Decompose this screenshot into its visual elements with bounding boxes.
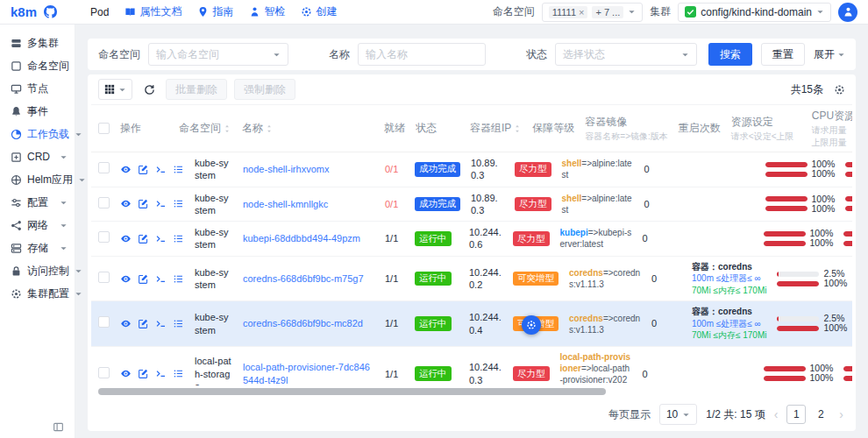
refresh-button[interactable] (139, 79, 159, 100)
filter-status-select[interactable]: 选择状态 (555, 43, 697, 66)
usage-bar (764, 231, 806, 237)
sidebar-item-access-lock[interactable]: 访问控制 (0, 259, 75, 282)
helm-icon (11, 174, 22, 186)
table-settings-icon[interactable] (834, 84, 845, 95)
filter-namespace-select[interactable]: 输入命名空间 (148, 43, 288, 66)
next-page-button[interactable]: › (839, 407, 843, 421)
terminal-icon[interactable] (155, 318, 167, 329)
cluster-select[interactable]: config/kind-kind-domain (678, 3, 831, 22)
logs-icon[interactable] (173, 368, 184, 379)
pod-name-link[interactable]: node-shell-kmnllgkc (243, 199, 328, 209)
edit-icon[interactable] (138, 368, 149, 379)
multi-cluster-icon (11, 38, 22, 49)
batch-delete-button[interactable]: 批量删除 (166, 79, 227, 100)
sidebar-item-network[interactable]: 网络 (0, 214, 75, 237)
sidebar-item-crd[interactable]: CRD (0, 145, 75, 168)
terminal-icon[interactable] (155, 368, 167, 379)
usage-bar (764, 366, 806, 371)
reset-button[interactable]: 重置 (761, 43, 805, 66)
row-checkbox[interactable] (98, 316, 110, 328)
logs-icon[interactable] (173, 164, 184, 175)
sidebar-item-workload[interactable]: 工作负载 (0, 123, 75, 145)
sidebar-item-cluster-gear[interactable]: 集群配置 (0, 282, 75, 305)
remove-tag-icon[interactable]: × (579, 7, 584, 18)
sidebar-item-label: 访问控制 (27, 264, 69, 279)
row-checkbox[interactable] (98, 197, 110, 208)
column-header-9: 重启次数 (673, 121, 726, 136)
pod-name-link[interactable]: local-path-provisioner-7dc846544d-t4z9l (243, 362, 370, 385)
nav-item-create-gear[interactable]: 创建 (301, 4, 337, 19)
sidebar-item-event-bell[interactable]: 事件 (0, 100, 75, 123)
user-avatar[interactable] (838, 3, 857, 22)
row-checkbox[interactable] (98, 367, 110, 378)
sort-icon[interactable] (513, 124, 522, 133)
edit-icon[interactable] (138, 164, 149, 175)
nav-item-inspect-person[interactable]: 智检 (249, 4, 285, 19)
row-checkbox[interactable] (98, 272, 110, 283)
page-button-1[interactable]: 1 (786, 405, 806, 424)
memory-usage-cell (838, 364, 852, 384)
namespace-cell: kube-system (189, 192, 238, 217)
logs-icon[interactable] (173, 273, 184, 285)
sidebar-collapse-icon[interactable] (53, 421, 64, 433)
floating-gear-button[interactable] (522, 315, 541, 335)
doc-book-icon (125, 6, 136, 18)
sort-icon[interactable] (223, 124, 231, 133)
user-icon (843, 6, 854, 18)
terminal-icon[interactable] (155, 164, 167, 175)
pagination-bar: 每页显示 10 1/2 共: 15 项 ‹ 12 › (91, 398, 852, 431)
force-delete-button[interactable]: 强制删除 (234, 79, 295, 100)
view-icon[interactable] (120, 318, 132, 329)
view-icon[interactable] (120, 164, 132, 175)
sidebar-item-multi-cluster[interactable]: 多集群 (0, 32, 75, 54)
pod-name-link[interactable]: coredns-668d6bf9bc-m75g7 (243, 273, 364, 284)
view-icon[interactable] (120, 273, 132, 285)
sidebar-item-label: 工作负载 (27, 127, 69, 142)
restart-count-cell: 0 (639, 198, 679, 210)
column-header-6[interactable]: 容器组IP (465, 121, 527, 136)
search-button[interactable]: 搜索 (708, 43, 752, 66)
edit-icon[interactable] (138, 198, 149, 209)
select-all-checkbox[interactable] (98, 123, 110, 134)
edit-icon[interactable] (138, 233, 149, 244)
sidebar-item-storage[interactable]: 存储 (0, 237, 75, 259)
per-page-select[interactable]: 10 (659, 404, 697, 425)
filter-bar: 命名空间 输入命名空间 名称 输入名称 状态 选择状态 搜索 重置 展开 (88, 39, 856, 70)
namespace-select[interactable]: 11111× + 7 ... (542, 3, 644, 22)
sidebar-item-helm[interactable]: Helm应用 (0, 168, 75, 191)
pod-name-link[interactable]: kubepi-68ddbbd494-49pzm (243, 233, 360, 244)
view-icon[interactable] (120, 233, 132, 244)
horizontal-scrollbar-thumb[interactable] (98, 388, 606, 395)
prev-page-button[interactable]: ‹ (774, 407, 779, 421)
logs-icon[interactable] (173, 198, 184, 209)
sidebar-item-node[interactable]: 节点 (0, 77, 75, 100)
pod-name-link[interactable]: coredns-668d6bf9bc-mc82d (243, 318, 363, 328)
sidebar-item-namespace[interactable]: 命名空间 (0, 54, 75, 77)
chevron-down-icon (682, 411, 690, 419)
edit-icon[interactable] (138, 273, 149, 285)
filter-name-input[interactable]: 输入名称 (358, 43, 486, 66)
expand-filters-link[interactable]: 展开 (814, 47, 845, 62)
column-header-2[interactable]: 命名空间 (174, 121, 237, 136)
logs-icon[interactable] (173, 318, 184, 329)
chevron-down-icon (816, 8, 824, 16)
terminal-icon[interactable] (155, 233, 167, 244)
column-header-3[interactable]: 名称 (237, 121, 379, 136)
view-icon[interactable] (120, 198, 132, 209)
row-checkbox[interactable] (98, 162, 110, 173)
pod-name-link[interactable]: node-shell-irhxvomx (243, 164, 329, 174)
nav-item-guide-pin[interactable]: 指南 (197, 4, 233, 19)
github-icon[interactable] (44, 5, 57, 18)
edit-icon[interactable] (138, 318, 149, 329)
view-mode-button[interactable] (98, 79, 132, 100)
logs-icon[interactable] (173, 233, 184, 244)
terminal-icon[interactable] (155, 273, 167, 285)
row-checkbox[interactable] (98, 231, 110, 243)
page-button-2[interactable]: 2 (811, 405, 830, 424)
nav-item-doc-book[interactable]: 属性文档 (125, 4, 181, 19)
view-icon[interactable] (120, 368, 132, 379)
terminal-icon[interactable] (155, 198, 167, 209)
sort-icon[interactable] (265, 124, 274, 133)
column-header-4: 就绪 (379, 121, 410, 136)
sidebar-item-config[interactable]: 配置 (0, 191, 75, 214)
